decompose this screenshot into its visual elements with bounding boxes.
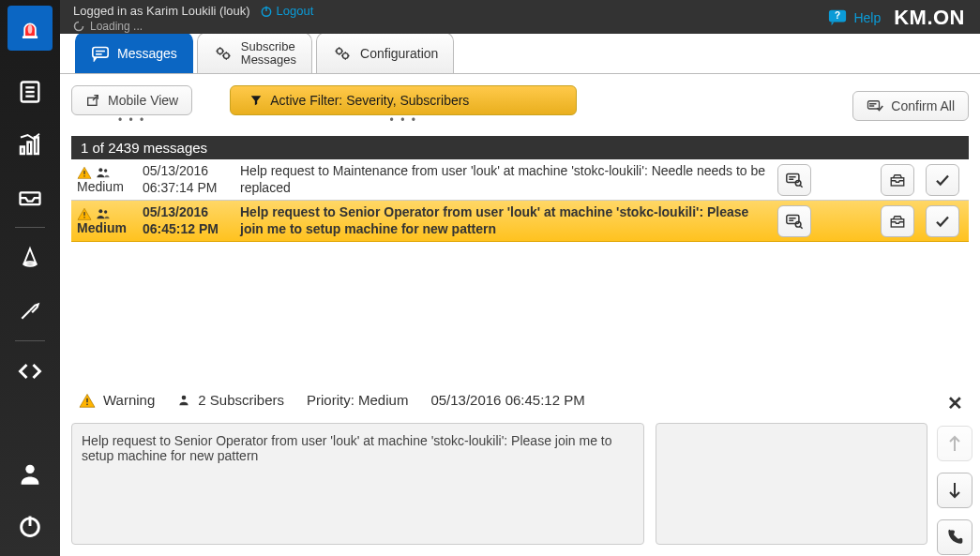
- archive-icon: [889, 214, 906, 229]
- svg-rect-35: [83, 217, 84, 218]
- sidebar-separator: [15, 340, 45, 341]
- funnel-icon: [249, 94, 263, 107]
- svg-rect-0: [23, 36, 38, 38]
- inspect-button[interactable]: [777, 205, 811, 237]
- sidebar-list-icon[interactable]: [13, 75, 47, 109]
- messages-icon: [91, 45, 110, 62]
- svg-point-36: [98, 209, 102, 213]
- archive-icon: [889, 173, 906, 188]
- svg-rect-6: [21, 147, 24, 155]
- svg-text:?: ?: [835, 10, 840, 21]
- svg-rect-28: [83, 175, 84, 176]
- svg-point-39: [795, 221, 801, 227]
- svg-point-1: [28, 25, 33, 34]
- tab-label: Configuration: [360, 46, 438, 61]
- user-icon: [177, 393, 190, 408]
- svg-point-23: [337, 48, 342, 53]
- warning-icon: [77, 166, 92, 179]
- archive-button[interactable]: [881, 164, 914, 196]
- left-sidebar: [0, 0, 60, 556]
- filter-wrap: Active Filter: Severity, Subscribers • •…: [230, 85, 577, 127]
- svg-point-43: [182, 395, 187, 399]
- arrow-up-button[interactable]: [937, 426, 972, 461]
- svg-rect-27: [83, 171, 84, 174]
- message-count-bar: 1 of 2439 messages: [71, 136, 969, 159]
- topbar: Logged in as Karim Loukili (louk) Logout…: [60, 0, 980, 34]
- help-link[interactable]: ? Help: [827, 8, 881, 27]
- export-icon: [85, 93, 100, 108]
- active-filter-label: Active Filter: Severity, Subscribers: [270, 93, 469, 108]
- svg-point-37: [104, 210, 107, 213]
- message-row[interactable]: Medium 05/13/2016 06:37:14 PM Help reque…: [71, 159, 969, 201]
- logout-link[interactable]: Logout: [260, 4, 314, 18]
- svg-point-11: [25, 465, 34, 473]
- svg-point-29: [98, 168, 102, 172]
- sidebar-screwdriver-icon[interactable]: [13, 293, 47, 327]
- mobile-view-button[interactable]: Mobile View: [71, 85, 192, 115]
- arrow-down-button[interactable]: [937, 473, 972, 508]
- detail-priority: Priority: Medium: [307, 392, 408, 408]
- search-chat-icon: [785, 172, 804, 188]
- confirm-button[interactable]: [926, 164, 959, 196]
- arrow-up-icon: [947, 434, 962, 453]
- gears-icon: [213, 44, 234, 63]
- gears-icon: [332, 44, 353, 63]
- svg-point-32: [795, 180, 801, 186]
- message-row[interactable]: Medium 05/13/2016 06:45:12 PM Help reque…: [71, 201, 969, 242]
- mobile-view-wrap: Mobile View • • •: [71, 85, 192, 127]
- confirm-all-button[interactable]: Confirm All: [852, 91, 969, 121]
- sidebar-user-icon[interactable]: [13, 457, 47, 490]
- users-icon: [96, 207, 111, 220]
- severity-label: Medium: [77, 179, 124, 194]
- inspect-button[interactable]: [777, 164, 811, 196]
- dropdown-dots[interactable]: • • •: [230, 113, 577, 127]
- users-icon: [96, 166, 111, 179]
- sidebar-power-icon[interactable]: [13, 509, 47, 543]
- check-icon: [934, 173, 951, 188]
- tab-subscribe-messages[interactable]: Subscribe Messages: [197, 32, 312, 73]
- sidebar-chart-icon[interactable]: [13, 128, 47, 161]
- help-icon: ?: [827, 8, 848, 27]
- tab-messages[interactable]: Messages: [75, 32, 193, 73]
- confirm-all-label: Confirm All: [891, 98, 955, 113]
- svg-rect-25: [88, 98, 97, 106]
- phone-button[interactable]: [937, 519, 972, 555]
- dropdown-dots[interactable]: • • •: [71, 113, 192, 127]
- loading-indicator: Loading ...: [73, 20, 313, 33]
- message-date: 05/13/2016: [143, 204, 240, 221]
- svg-point-22: [223, 53, 229, 58]
- archive-button[interactable]: [881, 205, 914, 237]
- tab-label: Subscribe Messages: [241, 40, 296, 66]
- svg-rect-41: [86, 398, 87, 401]
- svg-rect-18: [93, 47, 108, 57]
- detail-subscribers: 2 Subscribers: [177, 392, 284, 408]
- tab-configuration[interactable]: Configuration: [316, 32, 454, 73]
- svg-rect-34: [83, 212, 84, 216]
- siren-tile[interactable]: [8, 6, 53, 51]
- toolbar: Mobile View • • • Active Filter: Severit…: [71, 85, 969, 127]
- close-detail-button[interactable]: ✕: [942, 392, 968, 414]
- detail-body-text: Help request to Senior Operator from use…: [82, 433, 612, 463]
- detail-body-box: Help request to Senior Operator from use…: [71, 423, 644, 545]
- svg-point-21: [218, 48, 223, 53]
- message-date: 05/13/2016: [143, 163, 240, 180]
- message-time: 06:45:12 PM: [143, 221, 240, 238]
- detail-header: Warning 2 Subscribers Priority: Medium 0…: [71, 388, 969, 415]
- main-area: Logged in as Karim Loukili (louk) Logout…: [60, 0, 980, 556]
- message-count-text: 1 of 2439 messages: [81, 140, 207, 156]
- sidebar-inbox-icon[interactable]: [13, 180, 47, 214]
- confirm-all-icon: [867, 98, 883, 113]
- tab-bar: Messages Subscribe Messages Configuratio…: [60, 32, 980, 73]
- detail-side-actions: ✕: [937, 392, 972, 555]
- warning-icon: [79, 393, 96, 408]
- warning-icon: [77, 207, 92, 220]
- svg-rect-26: [868, 101, 880, 109]
- arrow-down-icon: [947, 481, 962, 500]
- spinner-icon: [73, 21, 84, 32]
- confirm-button[interactable]: [926, 205, 959, 237]
- svg-point-30: [104, 169, 107, 172]
- sidebar-code-icon[interactable]: [13, 354, 47, 388]
- sidebar-cone-icon[interactable]: [13, 241, 47, 275]
- active-filter-button[interactable]: Active Filter: Severity, Subscribers: [230, 85, 577, 115]
- message-text: Help request to Senior Operator from use…: [240, 204, 777, 237]
